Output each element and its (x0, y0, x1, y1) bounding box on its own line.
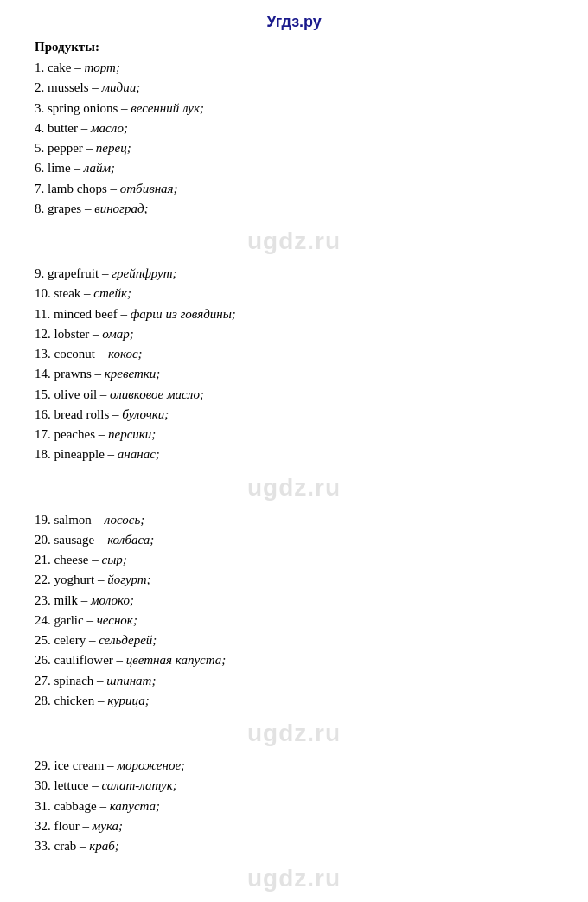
item-russian: чеснок; (97, 613, 137, 627)
item-number: 8. (35, 202, 48, 215)
item-number: 7. (35, 182, 48, 195)
item-english: steak – (54, 286, 94, 300)
item-english: lobster – (54, 327, 103, 341)
item-number: 13. (35, 347, 54, 361)
item-english: cauliflower – (54, 653, 126, 667)
item-english: lettuce – (54, 778, 102, 792)
item-english: pepper – (48, 141, 96, 155)
list-item: 17. peaches – персики; (35, 425, 571, 445)
item-number: 9. (35, 266, 48, 280)
list-item: 20. sausage – колбаса; (35, 530, 571, 550)
item-english: olive oil – (54, 387, 111, 401)
item-number: 29. (35, 758, 54, 772)
list-item: 19. salmon – лосось; (35, 510, 571, 530)
list-item: 3. spring onions – весенний лук; (35, 99, 571, 118)
item-english: cheese – (54, 553, 102, 566)
item-russian: фарш из говядины; (131, 307, 236, 321)
item-russian: цветная капуста; (126, 653, 226, 667)
watermark-inline: ugdz.ru (17, 474, 571, 502)
item-number: 1. (35, 61, 48, 74)
site-title: Угдз.ру (17, 13, 571, 31)
item-russian: весенний лук; (131, 101, 204, 115)
item-number: 23. (35, 593, 54, 607)
item-number: 12. (35, 327, 54, 341)
item-russian: кокос; (108, 347, 143, 361)
item-number: 18. (35, 447, 54, 461)
list-item: 10. steak – стейк; (35, 284, 571, 304)
list-item: 28. chicken – курица; (35, 691, 571, 711)
item-russian: мука; (93, 819, 123, 833)
item-english: bread rolls – (54, 407, 123, 421)
item-english: lime – (48, 161, 84, 175)
item-number: 14. (35, 367, 54, 381)
item-number: 11. (35, 307, 54, 321)
item-english: grapes – (48, 202, 94, 215)
item-russian: мороженое; (117, 758, 185, 772)
item-russian: стейк; (93, 286, 131, 300)
item-number: 22. (35, 573, 54, 586)
item-english: butter – (48, 121, 91, 135)
item-number: 19. (35, 513, 54, 527)
item-number: 21. (35, 553, 54, 566)
item-english: peaches – (54, 427, 108, 441)
item-russian: салат-латук; (101, 778, 176, 792)
item-english: milk – (54, 593, 92, 607)
list-item: 11. minced beef – фарш из говядины; (35, 304, 571, 324)
item-russian: курица; (107, 694, 150, 707)
item-number: 17. (35, 427, 54, 441)
list-item: 29. ice cream – мороженое; (35, 756, 571, 776)
list-item: 4. butter – масло; (35, 118, 571, 138)
item-english: sausage – (54, 533, 108, 547)
list-item: 5. pepper – перец; (35, 138, 571, 158)
list-item: 14. prawns – креветки; (35, 364, 571, 384)
item-english: celery – (54, 633, 99, 647)
list-item: 22. yoghurt – йогурт; (35, 570, 571, 590)
item-english: minced beef – (54, 307, 131, 321)
item-number: 33. (35, 839, 54, 853)
item-number: 10. (35, 286, 54, 300)
item-russian: мидии; (102, 80, 141, 94)
item-english: crab – (54, 839, 90, 853)
item-russian: масло; (91, 121, 128, 135)
list-item: 30. lettuce – салат-латук; (35, 776, 571, 796)
list-item: 23. milk – молоко; (35, 591, 571, 611)
list-item: 18. pineapple – ананас; (35, 445, 571, 464)
item-english: salmon – (54, 513, 105, 527)
list-item: 15. olive oil – оливковое масло; (35, 385, 571, 405)
item-number: 3. (35, 101, 48, 115)
item-number: 26. (35, 653, 54, 667)
item-english: flour – (54, 819, 93, 833)
item-number: 2. (35, 80, 48, 94)
item-number: 4. (35, 121, 48, 135)
item-number: 15. (35, 387, 54, 401)
item-number: 24. (35, 613, 54, 627)
list-item: 25. celery – сельдерей; (35, 630, 571, 650)
item-russian: лосось; (105, 513, 145, 527)
list-item: 21. cheese – сыр; (35, 550, 571, 570)
item-russian: персики; (108, 427, 156, 441)
item-russian: колбаса; (107, 533, 154, 547)
list-item: 31. cabbage – капуста; (35, 796, 571, 816)
item-russian: йогурт; (107, 573, 150, 586)
item-english: ice cream – (54, 758, 118, 772)
item-english: mussels – (48, 80, 102, 94)
item-english: yoghurt – (54, 573, 108, 586)
item-russian: сельдерей; (99, 633, 157, 647)
item-english: coconut – (54, 347, 108, 361)
item-russian: лайм; (84, 161, 115, 175)
item-english: cake – (48, 61, 84, 74)
item-russian: сыр; (101, 553, 126, 566)
item-russian: грейпфрут; (112, 266, 176, 280)
list-item: 8. grapes – виноград; (35, 199, 571, 219)
item-number: 28. (35, 694, 54, 707)
item-number: 27. (35, 674, 54, 688)
item-russian: перец; (96, 141, 131, 155)
item-number: 16. (35, 407, 54, 421)
watermark-inline: ugdz.ru (17, 720, 571, 747)
list-item: 12. lobster – омар; (35, 324, 571, 344)
list-item: 27. spinach – шпинат; (35, 671, 571, 691)
item-english: grapefruit – (48, 266, 112, 280)
item-russian: виноград; (94, 202, 148, 215)
items-list: 1. cake – торт;2. mussels – мидии;3. spr… (35, 58, 571, 856)
item-english: cabbage – (54, 799, 110, 813)
